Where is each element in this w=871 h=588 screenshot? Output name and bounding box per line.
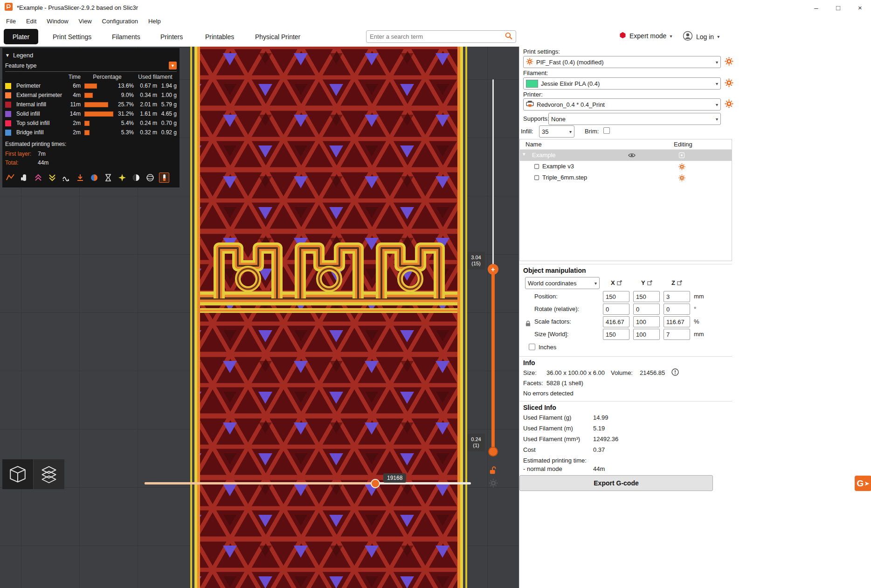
move-slider-value: 19168 [383, 473, 406, 483]
retractions-icon[interactable] [33, 173, 43, 183]
rotate-x-input[interactable] [603, 304, 629, 315]
size-x-input[interactable] [603, 329, 629, 340]
object-list-header-editing: Editing [674, 141, 692, 148]
slider-settings-gear-icon[interactable] [489, 478, 498, 490]
search-input[interactable] [370, 33, 502, 40]
chevron-down-icon: ▾ [670, 34, 672, 39]
search-box[interactable] [366, 30, 516, 43]
percentage-bar [84, 111, 113, 117]
total-estimates-icon[interactable] [159, 173, 169, 183]
chevron-down-icon[interactable]: ▾ [523, 151, 525, 157]
object-row[interactable]: Example v3 [520, 161, 732, 172]
app-icon [5, 3, 13, 13]
layers-view-button[interactable] [34, 459, 64, 489]
menu-configuration[interactable]: Configuration [97, 16, 143, 26]
unlock-icon[interactable] [489, 465, 498, 477]
layer-slider-range[interactable] [491, 269, 495, 451]
menu-help[interactable]: Help [143, 16, 166, 26]
feature-color-swatch [5, 92, 11, 98]
side-panel: Print settings: PIF_Fast (0.4) (modified… [519, 47, 871, 588]
move-slider-handle[interactable] [371, 479, 380, 488]
supports-select[interactable]: None ▾ [548, 113, 721, 125]
shells-icon[interactable] [131, 173, 141, 183]
infill-select[interactable]: 35 ▾ [539, 125, 574, 138]
rotate-label: Rotate (relative): [534, 305, 579, 312]
color-changes-icon[interactable] [89, 173, 99, 183]
rotate-z-input[interactable] [664, 304, 690, 315]
legend-row: Solid infill 14m 31.2% 1.61 m 4.65 g [5, 109, 177, 118]
tab-print-settings[interactable]: Print Settings [53, 33, 91, 41]
scale-unit: % [694, 318, 699, 325]
object-row[interactable]: Triple_6mm.step [520, 172, 732, 183]
axis-y-header: Y [641, 279, 652, 286]
printer-select[interactable]: Redvoron_0.4 * 0.4_Print ▾ [523, 98, 721, 111]
mode-selector[interactable]: Expert mode ▾ [619, 32, 672, 40]
position-z-input[interactable] [664, 291, 690, 302]
tab-physical-printer[interactable]: Physical Printer [255, 33, 300, 41]
percentage-bar [84, 130, 90, 135]
legend-panel: ▼ Legend Feature type ▼ Time Percentage … [2, 48, 180, 187]
layer-slider-track[interactable] [492, 79, 494, 269]
column-percentage: Percentage [81, 74, 134, 80]
edit-print-settings-gear-button[interactable] [725, 57, 734, 66]
edit-printer-gear-button[interactable] [725, 99, 734, 109]
position-x-input[interactable] [603, 291, 629, 302]
wipes-icon[interactable] [19, 173, 29, 183]
edit-filament-gear-button[interactable] [725, 78, 734, 88]
login-button[interactable]: Log in ▾ [683, 31, 719, 42]
minimize-button[interactable]: – [805, 0, 827, 15]
layer-slider-bottom-handle[interactable] [488, 447, 498, 457]
collapse-icon[interactable]: ▼ [5, 53, 10, 58]
tool-marker-icon[interactable] [145, 173, 155, 183]
size-z-input[interactable] [664, 329, 690, 340]
brim-checkbox[interactable] [603, 127, 610, 134]
menu-view[interactable]: View [74, 16, 97, 26]
axis-x-header: X [611, 279, 622, 286]
scale-x-input[interactable] [603, 316, 629, 327]
pause-prints-icon[interactable] [103, 173, 113, 183]
search-icon[interactable] [505, 32, 512, 42]
3d-view-button[interactable] [2, 459, 33, 489]
position-y-input[interactable] [633, 291, 660, 302]
menu-edit[interactable]: Edit [21, 16, 41, 26]
position-label: Position: [534, 293, 558, 300]
sliced-value: 5.19 [593, 425, 605, 432]
menu-window[interactable]: Window [41, 16, 73, 26]
object-list-header-name: Name [525, 141, 542, 148]
tool-changes-icon[interactable] [75, 173, 85, 183]
export-gcode-button[interactable]: Export G-code [519, 475, 713, 491]
travels-icon[interactable] [5, 173, 15, 183]
object-row[interactable]: ▾ Example [520, 150, 732, 161]
print-settings-label: Print settings: [523, 48, 560, 55]
tab-printers[interactable]: Printers [160, 33, 183, 41]
custom-gcodes-icon[interactable] [117, 173, 127, 183]
rotate-y-input[interactable] [633, 304, 660, 315]
view-type-dropdown[interactable]: ▼ [169, 62, 177, 69]
lock-icon[interactable] [525, 320, 531, 329]
deretractions-icon[interactable] [47, 173, 57, 183]
close-button[interactable]: × [849, 0, 871, 15]
tab-printables[interactable]: Printables [205, 33, 234, 41]
sliced-value: 14.99 [593, 414, 608, 421]
seams-icon[interactable] [61, 173, 71, 183]
filament-select[interactable]: Jessie Elixir PLA (0.4) ▾ [523, 77, 721, 90]
eye-icon[interactable] [628, 152, 636, 159]
feature-color-swatch [5, 111, 11, 117]
inches-checkbox[interactable] [529, 344, 535, 350]
avatar-icon [683, 31, 693, 42]
size-y-input[interactable] [633, 329, 660, 340]
print-settings-select[interactable]: PIF_Fast (0.4) (modified) ▾ [523, 56, 721, 68]
layer-slider-top-handle[interactable]: + [488, 264, 498, 275]
settings-gear-icon[interactable] [678, 163, 685, 172]
percentage-bar [84, 83, 97, 89]
scale-y-input[interactable] [633, 316, 660, 327]
maximize-button[interactable]: □ [827, 0, 849, 15]
menu-file[interactable]: File [1, 16, 21, 26]
scale-z-input[interactable] [664, 316, 690, 327]
tab-plater[interactable]: Plater [4, 29, 38, 44]
percentage-bar [84, 102, 108, 107]
coordinates-select[interactable]: World coordinates ▾ [525, 277, 600, 289]
settings-gear-icon[interactable] [678, 174, 685, 183]
editing-icon[interactable] [678, 152, 685, 160]
tab-filaments[interactable]: Filaments [112, 33, 140, 41]
